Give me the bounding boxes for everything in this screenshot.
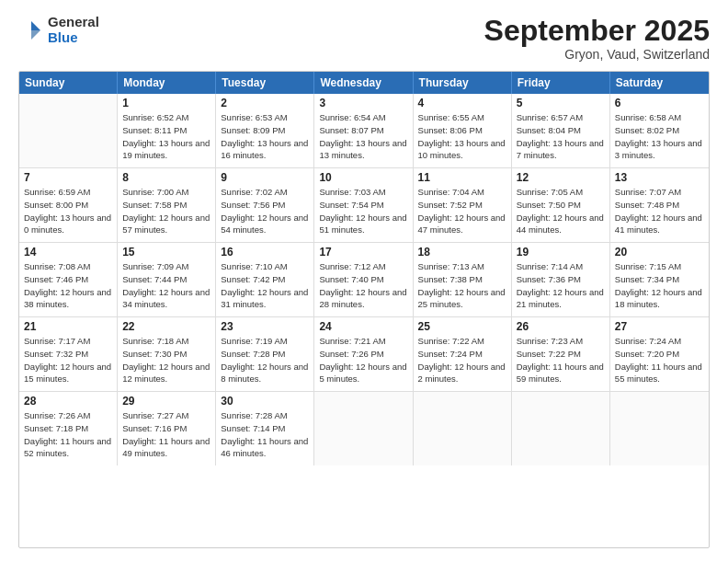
day-info: Sunrise: 7:00 AM Sunset: 7:58 PM Dayligh… bbox=[122, 186, 210, 236]
day-number: 14 bbox=[24, 246, 112, 259]
empty-cell bbox=[512, 392, 610, 465]
logo-general: General bbox=[48, 15, 99, 30]
day-cell-22: 22Sunrise: 7:18 AM Sunset: 7:30 PM Dayli… bbox=[118, 317, 216, 391]
day-of-week-saturday: Saturday bbox=[610, 72, 709, 94]
day-number: 11 bbox=[418, 171, 506, 184]
day-number: 16 bbox=[221, 246, 309, 259]
calendar: SundayMondayTuesdayWednesdayThursdayFrid… bbox=[18, 71, 710, 548]
day-number: 9 bbox=[221, 171, 309, 184]
day-cell-24: 24Sunrise: 7:21 AM Sunset: 7:26 PM Dayli… bbox=[314, 317, 413, 391]
day-info: Sunrise: 7:24 AM Sunset: 7:20 PM Dayligh… bbox=[615, 335, 704, 385]
day-cell-9: 9Sunrise: 7:02 AM Sunset: 7:56 PM Daylig… bbox=[216, 168, 314, 242]
location: Gryon, Vaud, Switzerland bbox=[484, 47, 710, 62]
day-number: 25 bbox=[418, 320, 506, 333]
day-info: Sunrise: 7:13 AM Sunset: 7:38 PM Dayligh… bbox=[418, 260, 506, 311]
logo: General Blue bbox=[18, 15, 99, 45]
day-cell-26: 26Sunrise: 7:23 AM Sunset: 7:22 PM Dayli… bbox=[512, 317, 610, 391]
day-info: Sunrise: 7:15 AM Sunset: 7:34 PM Dayligh… bbox=[615, 260, 704, 311]
day-info: Sunrise: 7:02 AM Sunset: 7:56 PM Dayligh… bbox=[221, 186, 309, 236]
logo-text: General Blue bbox=[48, 15, 99, 45]
day-info: Sunrise: 7:10 AM Sunset: 7:42 PM Dayligh… bbox=[221, 260, 309, 311]
day-number: 24 bbox=[319, 320, 407, 333]
day-number: 28 bbox=[24, 395, 112, 408]
header: General Blue September 2025 Gryon, Vaud,… bbox=[18, 15, 710, 62]
day-info: Sunrise: 7:23 AM Sunset: 7:22 PM Dayligh… bbox=[517, 335, 605, 385]
day-info: Sunrise: 7:09 AM Sunset: 7:44 PM Dayligh… bbox=[122, 260, 210, 311]
day-info: Sunrise: 6:57 AM Sunset: 8:04 PM Dayligh… bbox=[517, 111, 605, 162]
week-row-1: 1Sunrise: 6:52 AM Sunset: 8:11 PM Daylig… bbox=[19, 94, 709, 168]
day-cell-23: 23Sunrise: 7:19 AM Sunset: 7:28 PM Dayli… bbox=[216, 317, 314, 391]
day-cell-4: 4Sunrise: 6:55 AM Sunset: 8:06 PM Daylig… bbox=[414, 94, 512, 167]
calendar-body: 1Sunrise: 6:52 AM Sunset: 8:11 PM Daylig… bbox=[19, 94, 709, 465]
day-number: 5 bbox=[517, 97, 605, 109]
week-row-3: 14Sunrise: 7:08 AM Sunset: 7:46 PM Dayli… bbox=[19, 243, 709, 317]
svg-marker-0 bbox=[31, 21, 40, 30]
day-number: 29 bbox=[122, 395, 210, 408]
empty-cell bbox=[414, 392, 512, 465]
day-info: Sunrise: 7:21 AM Sunset: 7:26 PM Dayligh… bbox=[319, 335, 407, 385]
empty-cell bbox=[610, 392, 709, 465]
day-info: Sunrise: 6:53 AM Sunset: 8:09 PM Dayligh… bbox=[221, 111, 309, 162]
week-row-5: 28Sunrise: 7:26 AM Sunset: 7:18 PM Dayli… bbox=[19, 392, 709, 465]
empty-cell bbox=[314, 392, 413, 465]
day-info: Sunrise: 7:17 AM Sunset: 7:32 PM Dayligh… bbox=[24, 335, 112, 385]
day-number: 6 bbox=[615, 97, 704, 109]
day-info: Sunrise: 7:05 AM Sunset: 7:50 PM Dayligh… bbox=[517, 186, 605, 236]
day-cell-10: 10Sunrise: 7:03 AM Sunset: 7:54 PM Dayli… bbox=[314, 168, 413, 242]
day-info: Sunrise: 7:12 AM Sunset: 7:40 PM Dayligh… bbox=[319, 260, 407, 311]
day-number: 27 bbox=[615, 320, 704, 333]
day-cell-5: 5Sunrise: 6:57 AM Sunset: 8:04 PM Daylig… bbox=[512, 94, 610, 167]
calendar-header: SundayMondayTuesdayWednesdayThursdayFrid… bbox=[19, 72, 709, 94]
day-number: 18 bbox=[418, 246, 506, 259]
day-info: Sunrise: 7:08 AM Sunset: 7:46 PM Dayligh… bbox=[24, 260, 112, 311]
day-number: 4 bbox=[418, 97, 506, 109]
day-of-week-thursday: Thursday bbox=[414, 72, 512, 94]
day-cell-21: 21Sunrise: 7:17 AM Sunset: 7:32 PM Dayli… bbox=[19, 317, 118, 391]
day-of-week-wednesday: Wednesday bbox=[314, 72, 413, 94]
day-info: Sunrise: 7:14 AM Sunset: 7:36 PM Dayligh… bbox=[517, 260, 605, 311]
day-info: Sunrise: 7:26 AM Sunset: 7:18 PM Dayligh… bbox=[24, 409, 112, 460]
day-info: Sunrise: 7:27 AM Sunset: 7:16 PM Dayligh… bbox=[122, 409, 210, 460]
day-number: 17 bbox=[319, 246, 407, 259]
day-number: 1 bbox=[122, 97, 210, 109]
day-cell-13: 13Sunrise: 7:07 AM Sunset: 7:48 PM Dayli… bbox=[610, 168, 709, 242]
day-info: Sunrise: 7:04 AM Sunset: 7:52 PM Dayligh… bbox=[418, 186, 506, 236]
logo-icon bbox=[18, 17, 44, 43]
day-info: Sunrise: 6:58 AM Sunset: 8:02 PM Dayligh… bbox=[615, 111, 704, 162]
title-block: September 2025 Gryon, Vaud, Switzerland bbox=[484, 15, 710, 62]
day-cell-20: 20Sunrise: 7:15 AM Sunset: 7:34 PM Dayli… bbox=[610, 243, 709, 316]
day-info: Sunrise: 6:55 AM Sunset: 8:06 PM Dayligh… bbox=[418, 111, 506, 162]
day-number: 13 bbox=[615, 171, 704, 184]
day-number: 15 bbox=[122, 246, 210, 259]
day-cell-7: 7Sunrise: 6:59 AM Sunset: 8:00 PM Daylig… bbox=[19, 168, 118, 242]
day-cell-15: 15Sunrise: 7:09 AM Sunset: 7:44 PM Dayli… bbox=[118, 243, 216, 316]
empty-cell bbox=[19, 94, 118, 167]
day-info: Sunrise: 7:03 AM Sunset: 7:54 PM Dayligh… bbox=[319, 186, 407, 236]
day-cell-2: 2Sunrise: 6:53 AM Sunset: 8:09 PM Daylig… bbox=[216, 94, 314, 167]
day-cell-3: 3Sunrise: 6:54 AM Sunset: 8:07 PM Daylig… bbox=[314, 94, 413, 167]
day-cell-28: 28Sunrise: 7:26 AM Sunset: 7:18 PM Dayli… bbox=[19, 392, 118, 465]
day-cell-14: 14Sunrise: 7:08 AM Sunset: 7:46 PM Dayli… bbox=[19, 243, 118, 316]
day-cell-6: 6Sunrise: 6:58 AM Sunset: 8:02 PM Daylig… bbox=[610, 94, 709, 167]
day-cell-16: 16Sunrise: 7:10 AM Sunset: 7:42 PM Dayli… bbox=[216, 243, 314, 316]
day-of-week-monday: Monday bbox=[118, 72, 216, 94]
day-cell-17: 17Sunrise: 7:12 AM Sunset: 7:40 PM Dayli… bbox=[314, 243, 413, 316]
day-cell-1: 1Sunrise: 6:52 AM Sunset: 8:11 PM Daylig… bbox=[118, 94, 216, 167]
day-info: Sunrise: 7:18 AM Sunset: 7:30 PM Dayligh… bbox=[122, 335, 210, 385]
logo-blue: Blue bbox=[48, 30, 99, 46]
day-cell-8: 8Sunrise: 7:00 AM Sunset: 7:58 PM Daylig… bbox=[118, 168, 216, 242]
day-number: 26 bbox=[517, 320, 605, 333]
day-number: 2 bbox=[221, 97, 309, 109]
month-title: September 2025 bbox=[484, 15, 710, 47]
day-of-week-tuesday: Tuesday bbox=[216, 72, 314, 94]
day-cell-12: 12Sunrise: 7:05 AM Sunset: 7:50 PM Dayli… bbox=[512, 168, 610, 242]
day-cell-25: 25Sunrise: 7:22 AM Sunset: 7:24 PM Dayli… bbox=[414, 317, 512, 391]
day-cell-27: 27Sunrise: 7:24 AM Sunset: 7:20 PM Dayli… bbox=[610, 317, 709, 391]
day-of-week-sunday: Sunday bbox=[19, 72, 118, 94]
day-number: 23 bbox=[221, 320, 309, 333]
day-cell-19: 19Sunrise: 7:14 AM Sunset: 7:36 PM Dayli… bbox=[512, 243, 610, 316]
day-number: 10 bbox=[319, 171, 407, 184]
day-info: Sunrise: 7:28 AM Sunset: 7:14 PM Dayligh… bbox=[221, 409, 309, 460]
day-number: 22 bbox=[122, 320, 210, 333]
day-number: 12 bbox=[517, 171, 605, 184]
